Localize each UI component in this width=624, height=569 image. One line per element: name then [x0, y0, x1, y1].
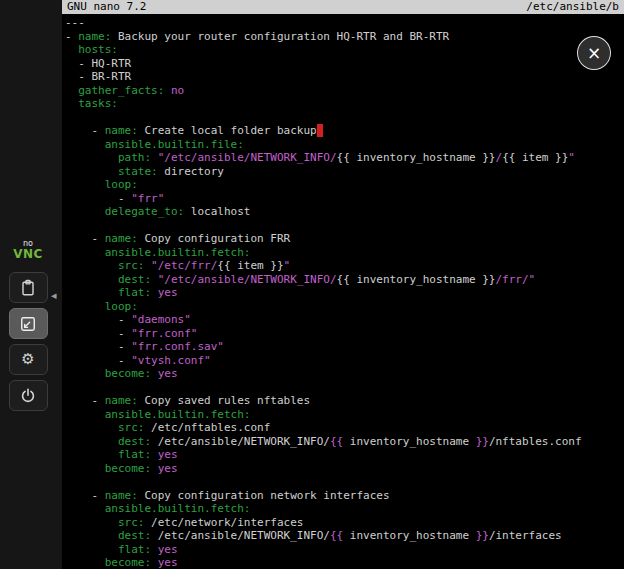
editor-line: - name: Copy configuration FRR [65, 232, 624, 246]
editor-line: - BR-RTR [65, 70, 624, 84]
editor-line: --- [65, 16, 624, 30]
editor-line: - name: Copy saved rules nftables [65, 394, 624, 408]
editor-line: state: directory [65, 165, 624, 179]
clipboard-icon [18, 278, 38, 298]
editor-line: src: /etc/nftables.conf [65, 421, 624, 435]
editor-line: ansible.builtin.fetch: [65, 246, 624, 260]
editor-line: flat: yes [65, 286, 624, 300]
editor-line: dest: /etc/ansible/NETWORK_INFO/{{ inven… [65, 435, 624, 449]
editor-line: ansible.builtin.file: [65, 138, 624, 152]
editor-line: - "daemons" [65, 313, 624, 327]
close-button[interactable]: × [577, 36, 611, 70]
novnc-logo: no VNC [13, 240, 43, 260]
editor-line: tasks: [65, 97, 624, 111]
editor-line: become: yes [65, 462, 624, 476]
editor-line: - "frr" [65, 192, 624, 206]
editor-line: flat: yes [65, 543, 624, 557]
editor-line: - name: Create local folder backup [65, 124, 624, 138]
novnc-sidebar: no VNC ⚙ [0, 0, 62, 569]
editor-line: hosts: [65, 43, 624, 57]
editor-line: - "frr.conf" [65, 327, 624, 341]
editor-line: src: "/etc/frr/{{ item }}" [65, 259, 624, 273]
editor-line: delegate_to: localhost [65, 205, 624, 219]
editor-line [65, 111, 624, 125]
editor-line: dest: "/etc/ansible/NETWORK_INFO/{{ inve… [65, 273, 624, 287]
editor-line: - HQ-RTR [65, 57, 624, 71]
editor-line: flat: yes [65, 448, 624, 462]
editor-line [65, 475, 624, 489]
gear-icon: ⚙ [21, 352, 34, 367]
editor-line: become: yes [65, 556, 624, 569]
editor-line: dest: /etc/ansible/NETWORK_INFO/{{ inven… [65, 529, 624, 543]
nano-titlebar: GNU nano 7.2 /etc/ansible/b [62, 0, 624, 14]
editor-line: - name: Backup your router configuration… [65, 30, 624, 44]
nano-filename: /etc/ansible/b [526, 0, 619, 14]
editor-line: ansible.builtin.fetch: [65, 502, 624, 516]
editor-line: become: yes [65, 367, 624, 381]
editor-line: - name: Copy configuration network inter… [65, 489, 624, 503]
close-icon: × [587, 45, 601, 62]
control-bar-handle[interactable]: ◂ [51, 289, 57, 302]
editor-line [65, 219, 624, 233]
editor-line: gather_facts: no [65, 84, 624, 98]
editor-line: path: "/etc/ansible/NETWORK_INFO/{{ inve… [65, 151, 624, 165]
novnc-control-bar: no VNC ⚙ [5, 240, 51, 411]
fullscreen-button[interactable] [9, 308, 48, 339]
fullscreen-icon [18, 314, 38, 334]
editor-line [65, 381, 624, 395]
editor-line: ansible.builtin.fetch: [65, 408, 624, 422]
editor-line: - "vtysh.conf" [65, 354, 624, 368]
clipboard-button[interactable] [9, 272, 48, 303]
terminal-window: GNU nano 7.2 /etc/ansible/b ---- name: B… [62, 0, 624, 569]
novnc-logo-text-vnc: VNC [13, 248, 43, 260]
editor-line: loop: [65, 300, 624, 314]
editor-line: - "frr.conf.sav" [65, 340, 624, 354]
settings-button[interactable]: ⚙ [9, 344, 48, 375]
power-button[interactable] [9, 380, 48, 411]
editor-line: src: /etc/network/interfaces [65, 516, 624, 530]
nano-version: GNU nano 7.2 [67, 0, 146, 14]
editor-line: loop: [65, 178, 624, 192]
editor-area[interactable]: ---- name: Backup your router configurat… [62, 14, 624, 569]
power-icon [18, 386, 38, 406]
